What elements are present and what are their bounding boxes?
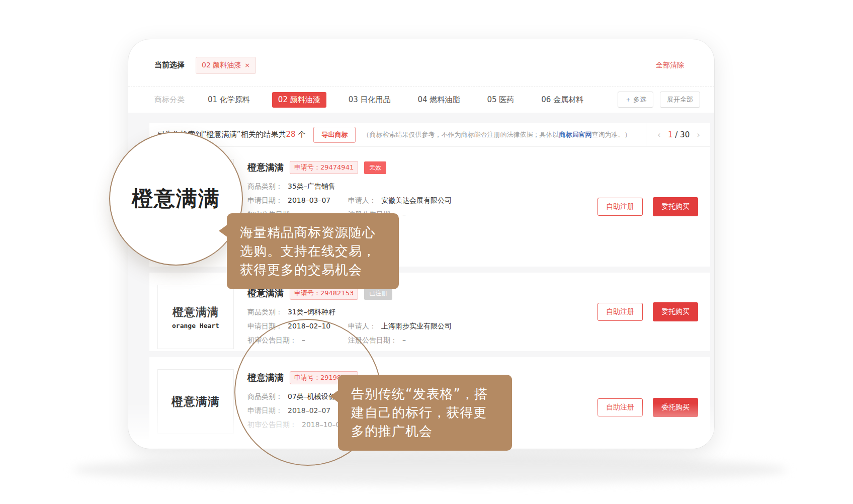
field-value: 35类–广告销售	[288, 182, 335, 191]
category-item-2[interactable]: 02 颜料油漆	[272, 92, 326, 108]
field-line: 申请日期：2018–03–07申请人：安徽美达会展有限公司	[247, 196, 587, 205]
next-page-icon[interactable]: ›	[697, 130, 700, 140]
laptop-base-shadow	[73, 455, 787, 484]
application-number-tag: 申请号：29474941	[290, 161, 358, 174]
pagination: ‹ 1 / 30 ›	[646, 123, 710, 146]
category-actions: ＋ 多选 展开全部	[618, 92, 700, 108]
field-value: 31类–饲料种籽	[288, 308, 335, 317]
trademark-name: 橙意满满	[247, 161, 284, 174]
trademark-preview: 橙意满满orange Heart	[157, 285, 234, 349]
results-header: 已为您检索到“橙意满满”相关的结果共28 个 导出商标 （商标检索结果仅供参考，…	[149, 123, 710, 147]
category-item-3[interactable]: 03 日化用品	[344, 92, 396, 108]
self-register-button[interactable]: 自助注册	[598, 398, 643, 416]
trademark-preview-text: 橙意满满	[173, 305, 219, 320]
row-actions: 自助注册委托购买	[598, 197, 698, 216]
export-trademarks-button[interactable]: 导出商标	[313, 127, 356, 143]
current-selection-label: 当前选择	[154, 60, 185, 70]
field-value: 上海雨步实业有限公司	[381, 322, 452, 331]
field-label: 申请日期：	[247, 196, 283, 205]
total-pages: 30	[680, 130, 690, 139]
expand-all-button[interactable]: 展开全部	[660, 92, 700, 108]
entrust-buy-button[interactable]: 委托购买	[653, 398, 698, 417]
entrust-buy-button[interactable]: 委托购买	[653, 197, 698, 216]
tooltip-marketplace: 海量精品商标资源随心选购。支持在线交易，获得更多的交易机会	[227, 213, 399, 289]
self-register-button[interactable]: 自助注册	[598, 303, 643, 321]
field: 申请人：安徽美达会展有限公司	[348, 196, 452, 205]
category-bar: 商标分类 01 化学原料02 颜料油漆03 日化用品04 燃料油脂05 医药06…	[128, 87, 714, 113]
field: 商品类别：31类–饲料种籽	[247, 308, 335, 317]
trademark-title-line: 橙意满满申请号：29474941无效	[247, 161, 587, 174]
field: 申请日期：2018–03–07	[247, 196, 330, 205]
field-label: 申请人：	[348, 322, 376, 331]
page: 当前选择 02 颜料油漆 × 全部清除 商标分类 01 化学原料02 颜料油漆0…	[0, 0, 853, 504]
row-actions: 自助注册委托购买	[598, 398, 698, 417]
category-item-1[interactable]: 01 化学原料	[203, 92, 255, 108]
field-line: 商品类别：31类–饲料种籽	[247, 308, 587, 317]
page-indicator: 1 / 30	[668, 130, 690, 139]
category-items: 01 化学原料02 颜料油漆03 日化用品04 燃料油脂05 医药06 金属材料	[203, 92, 606, 108]
magnifier-circle-trademark: 橙意满满	[109, 132, 243, 266]
field: 商品类别：35类–广告销售	[247, 182, 335, 191]
entrust-buy-button[interactable]: 委托购买	[653, 302, 698, 321]
field-label: 申请人：	[348, 196, 376, 205]
current-page: 1	[668, 130, 673, 139]
category-item-5[interactable]: 05 医药	[482, 92, 519, 108]
trademark-preview-text: 橙意满满	[172, 394, 220, 409]
field-value: 安徽美达会展有限公司	[381, 196, 452, 205]
multi-select-button[interactable]: ＋ 多选	[618, 92, 653, 108]
field-line: 商品类别：35类–广告销售	[247, 182, 587, 191]
row-actions: 自助注册委托购买	[598, 302, 698, 321]
close-icon[interactable]: ×	[244, 61, 250, 69]
field: 申请人：上海雨步实业有限公司	[348, 322, 452, 331]
field-value: –	[402, 210, 406, 219]
field-value: 2018–03–07	[288, 196, 330, 205]
category-bar-label: 商标分类	[154, 95, 185, 105]
results-disclaimer: （商标检索结果仅供参考，不作为商标能否注册的法律依据；具体以商标局官网查询为准。…	[363, 130, 631, 139]
self-register-button[interactable]: 自助注册	[598, 198, 643, 216]
category-item-4[interactable]: 04 燃料油脂	[413, 92, 465, 108]
trademark-preview-subtext: orange Heart	[172, 322, 219, 329]
trademark-preview: 橙意满满	[157, 369, 234, 434]
field-label: 商品类别：	[247, 308, 283, 317]
filter-tag-label: 02 颜料油漆	[202, 61, 241, 70]
status-badge: 无效	[364, 161, 386, 174]
clear-all-button[interactable]: 全部清除	[656, 61, 684, 70]
magnified-trademark-text: 橙意满满	[132, 185, 220, 213]
tooltip-promotion: 告别传统“发表格”，搭建自己的标行，获得更多的推广机会	[338, 375, 512, 451]
field-value: –	[402, 336, 406, 345]
category-item-6[interactable]: 06 金属材料	[536, 92, 588, 108]
results-count: 28	[286, 130, 296, 139]
filter-tag-paint[interactable]: 02 颜料油漆 ×	[196, 57, 256, 74]
trademark-office-link[interactable]: 商标局官网	[559, 131, 591, 138]
field-label: 商品类别：	[247, 182, 283, 191]
current-selection-bar: 当前选择 02 颜料油漆 × 全部清除	[128, 39, 714, 87]
prev-page-icon[interactable]: ‹	[657, 130, 661, 140]
